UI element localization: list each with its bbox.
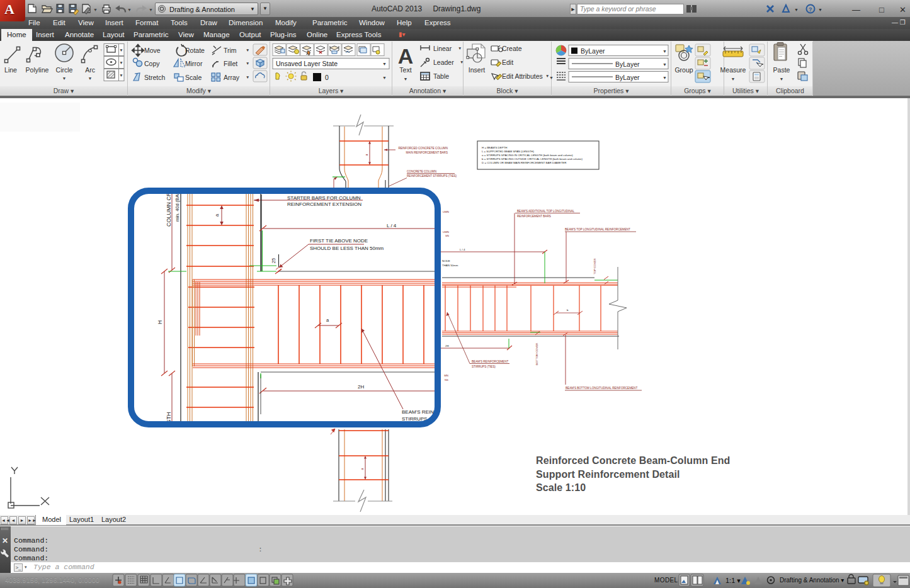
svg-text:H = BEAM'S DEPTH: H = BEAM'S DEPTH xyxy=(482,146,508,149)
svg-text:BEAM'S ADDITIONAL TOP LONGITUD: BEAM'S ADDITIONAL TOP LONGITUDINAL xyxy=(517,210,575,213)
svg-text:BOTTOM COVER: BOTTOM COVER xyxy=(535,342,538,365)
svg-text:THAN 50mm: THAN 50mm xyxy=(442,264,458,267)
svg-text:REINFORCEMENT EXTENSION: REINFORCEMENT EXTENSION xyxy=(287,201,361,207)
svg-text:Edit Attributes: Edit Attributes xyxy=(502,72,543,80)
svg-text:Leader: Leader xyxy=(433,59,454,66)
svg-text:Group: Group xyxy=(674,66,693,74)
svg-text:a: a xyxy=(365,154,368,155)
svg-text:Trim: Trim xyxy=(224,47,237,54)
svg-text:▼: ▼ xyxy=(404,77,408,81)
svg-text:NS: NS xyxy=(445,378,448,382)
svg-text:Copy: Copy xyxy=(144,60,160,67)
svg-text:Edit: Edit xyxy=(502,59,513,66)
svg-text:▼: ▼ xyxy=(88,76,93,81)
svg-text:▼: ▼ xyxy=(119,48,123,52)
svg-text:STIRRUPS (TIES): STIRRUPS (TIES) xyxy=(472,365,496,368)
svg-text:▼: ▼ xyxy=(149,8,153,12)
svg-text:L = SUPPORTED BEAM SPAN (LENGT: L = SUPPORTED BEAM SPAN (LENGTH) xyxy=(482,150,535,153)
svg-text:25: 25 xyxy=(271,258,276,263)
svg-text:ByLayer: ByLayer xyxy=(615,74,640,81)
svg-text:Stretch: Stretch xyxy=(144,74,165,81)
svg-text:2H: 2H xyxy=(358,384,364,390)
svg-text:▼: ▼ xyxy=(460,60,464,64)
svg-text:UMN: UMN xyxy=(443,210,449,213)
svg-text:Measure: Measure xyxy=(720,66,746,74)
svg-text:▼: ▼ xyxy=(119,73,123,77)
svg-text:Mirror: Mirror xyxy=(185,60,203,67)
svg-text:2H: 2H xyxy=(445,344,449,348)
svg-text:▼: ▼ xyxy=(246,48,249,52)
svg-text:Polyline: Polyline xyxy=(26,66,49,74)
svg-text:Move: Move xyxy=(144,47,161,54)
svg-text:SHOULD BE LESS THAN 50mm: SHOULD BE LESS THAN 50mm xyxy=(310,246,384,251)
svg-text:SN: SN xyxy=(445,234,449,237)
svg-text:Create: Create xyxy=(502,45,522,52)
svg-text:▼: ▼ xyxy=(549,76,554,80)
svg-text:▼: ▼ xyxy=(246,75,249,79)
svg-text:FIRST TIE ABOVE NODE: FIRST TIE ABOVE NODE xyxy=(310,238,368,244)
svg-text:UMN: UMN xyxy=(443,230,449,234)
svg-text:▼: ▼ xyxy=(663,62,667,67)
svg-text:Line: Line xyxy=(4,66,17,74)
svg-text:▼: ▼ xyxy=(731,77,736,81)
svg-text:Insert: Insert xyxy=(469,66,485,74)
svg-text:BEAM'S REINFORCEMENT: BEAM'S REINFORCEMENT xyxy=(472,360,508,363)
svg-text:▼: ▼ xyxy=(62,76,67,81)
svg-text:▼: ▼ xyxy=(663,49,667,54)
svg-text:ByLayer: ByLayer xyxy=(581,47,605,55)
svg-text:BEAM'S BOTTOM LONGITUDINAL REI: BEAM'S BOTTOM LONGITUDINAL REINFORCEMENT xyxy=(566,387,637,390)
svg-text:▼: ▼ xyxy=(780,77,784,81)
svg-text:Fillet: Fillet xyxy=(224,60,237,67)
svg-text:b = STIRRUPS SPACING OUTSIDE C: b = STIRRUPS SPACING OUTSIDE CRITICAL LE… xyxy=(482,157,583,161)
svg-text:L / 4: L / 4 xyxy=(387,223,397,229)
svg-text:D = COLUMN OR BEAM MAIN REINFO: D = COLUMN OR BEAM MAIN REINFORCEMENT BA… xyxy=(482,161,566,164)
svg-text:MN: MN xyxy=(444,374,448,377)
svg-text:Circle: Circle xyxy=(56,66,73,74)
svg-text:▼: ▼ xyxy=(127,8,132,12)
svg-text:▼: ▼ xyxy=(119,60,123,65)
svg-text:0: 0 xyxy=(325,74,329,81)
svg-text:a: a xyxy=(360,468,364,470)
svg-text:NODE: NODE xyxy=(442,259,450,263)
svg-text:Array: Array xyxy=(224,74,240,81)
svg-text:Rotate: Rotate xyxy=(185,47,205,54)
svg-text:Paste: Paste xyxy=(773,66,790,74)
svg-text:MAIN REINFORCEMENT BARS: MAIN REINFORCEMENT BARS xyxy=(406,151,448,154)
svg-text:CONCRETE COLUMN: CONCRETE COLUMN xyxy=(407,170,436,173)
svg-text:▼: ▼ xyxy=(246,61,249,65)
svg-text:Unsaved Layer State: Unsaved Layer State xyxy=(276,60,338,67)
svg-text:▼: ▼ xyxy=(818,8,822,12)
svg-text:Linear: Linear xyxy=(433,45,452,52)
svg-text:▼: ▼ xyxy=(382,62,387,66)
svg-text:ByLayer: ByLayer xyxy=(615,60,640,68)
svg-text:A: A xyxy=(398,44,414,68)
svg-text:REINFORCEMENT BARS: REINFORCEMENT BARS xyxy=(517,215,551,218)
svg-text:Text: Text xyxy=(399,66,411,74)
svg-text:REINFORCED CONCRETE COLUMN: REINFORCED CONCRETE COLUMN xyxy=(398,147,448,150)
svg-text:▼: ▼ xyxy=(458,46,462,50)
svg-text:▼: ▼ xyxy=(794,8,799,12)
svg-text:Arc: Arc xyxy=(85,66,95,74)
svg-text:▼: ▼ xyxy=(93,8,98,12)
svg-text:?: ? xyxy=(809,6,812,13)
svg-text:min. 40d (BAR DIAM.): min. 40d (BAR DIAM.) xyxy=(174,174,180,222)
svg-text:H: H xyxy=(157,320,163,324)
svg-text:▼: ▼ xyxy=(663,76,667,80)
svg-text:Scale: Scale xyxy=(185,74,202,81)
svg-text:BEAM'S TOP LONGITUDINAL REINFO: BEAM'S TOP LONGITUDINAL REINFORCEMENT xyxy=(565,228,630,231)
svg-text:a = STIRRUPS SPACING IN CRITIC: a = STIRRUPS SPACING IN CRITICAL LENGTH … xyxy=(482,154,573,157)
svg-text:TOP COVER: TOP COVER xyxy=(593,258,596,274)
svg-text:▼: ▼ xyxy=(382,76,387,80)
svg-text:REINFORCEMENT STIRRUPS (TIES): REINFORCEMENT STIRRUPS (TIES) xyxy=(407,174,457,178)
svg-text:b: b xyxy=(567,308,569,312)
svg-text:L / 4: L / 4 xyxy=(460,248,465,251)
svg-text:Table: Table xyxy=(433,72,449,80)
